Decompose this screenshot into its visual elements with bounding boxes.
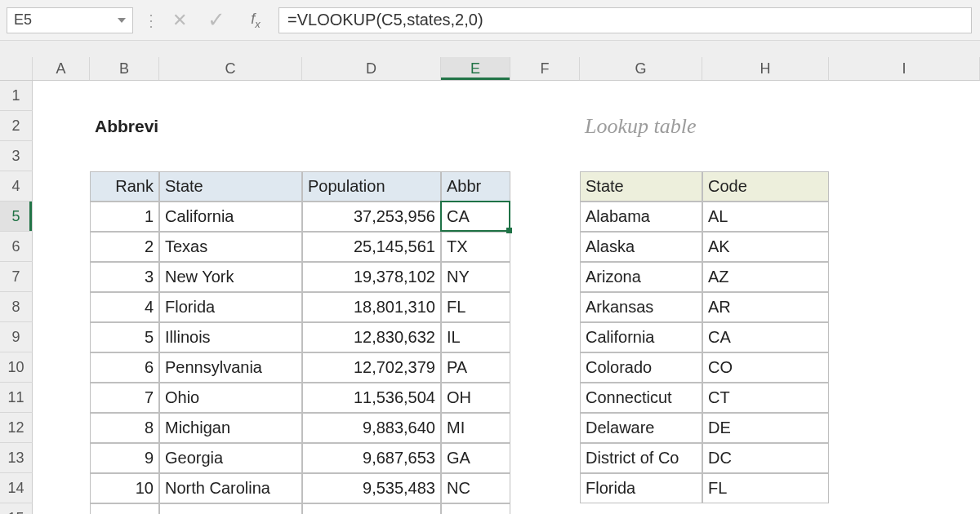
main-cell[interactable]: NC	[441, 473, 510, 503]
cell[interactable]	[510, 503, 580, 514]
cell[interactable]	[829, 171, 980, 202]
col-header-C[interactable]: C	[159, 57, 302, 80]
main-cell[interactable]: 12,830,632	[302, 322, 441, 352]
confirm-check-icon[interactable]: ✓	[200, 7, 233, 33]
cell[interactable]	[510, 322, 580, 352]
cell[interactable]	[33, 262, 90, 292]
cell[interactable]	[829, 292, 980, 322]
cells-area[interactable]: Abbreviate state namesLookup tableRankSt…	[33, 81, 980, 514]
cell[interactable]	[829, 202, 980, 232]
lookup-cell[interactable]: AK	[702, 232, 829, 262]
main-cell[interactable]: OH	[441, 383, 510, 413]
cell[interactable]	[302, 111, 441, 141]
cell[interactable]	[510, 443, 580, 473]
main-cell[interactable]: 10	[90, 473, 159, 503]
row-header-13[interactable]: 13	[0, 443, 33, 473]
main-cell[interactable]: Ohio	[159, 383, 302, 413]
main-header-state[interactable]: State	[159, 171, 302, 202]
cell[interactable]	[580, 81, 702, 111]
lookup-cell[interactable]: CT	[702, 383, 829, 413]
main-cell[interactable]: 6	[90, 352, 159, 383]
cell[interactable]	[510, 413, 580, 443]
cell[interactable]	[702, 81, 829, 111]
main-cell[interactable]: Florida	[159, 292, 302, 322]
cell[interactable]: Lookup table	[580, 111, 702, 141]
cell[interactable]	[33, 322, 90, 352]
cell[interactable]	[829, 322, 980, 352]
cell[interactable]	[510, 81, 580, 111]
row-header-4[interactable]: 4	[0, 171, 33, 202]
main-cell[interactable]: California	[159, 202, 302, 232]
main-cell[interactable]: 18,801,310	[302, 292, 441, 322]
cell[interactable]	[829, 473, 980, 503]
cell[interactable]	[829, 111, 980, 141]
main-cell[interactable]: Illinois	[159, 322, 302, 352]
cell[interactable]	[510, 111, 580, 141]
cell[interactable]	[829, 141, 980, 171]
lookup-cell[interactable]: Delaware	[580, 413, 702, 443]
name-box[interactable]: E5	[7, 7, 133, 33]
cell[interactable]	[510, 292, 580, 322]
row-header-12[interactable]: 12	[0, 413, 33, 443]
lookup-cell[interactable]: California	[580, 322, 702, 352]
cell[interactable]	[33, 352, 90, 383]
main-cell[interactable]: 5	[90, 322, 159, 352]
cell[interactable]	[829, 503, 980, 514]
cell[interactable]	[159, 81, 302, 111]
col-header-H[interactable]: H	[702, 57, 829, 80]
cell[interactable]	[702, 111, 829, 141]
main-cell[interactable]: 11,536,504	[302, 383, 441, 413]
main-cell[interactable]: 37,253,956	[302, 202, 441, 232]
lookup-cell[interactable]: FL	[702, 473, 829, 503]
lookup-cell[interactable]: CA	[702, 322, 829, 352]
cell[interactable]	[510, 202, 580, 232]
lookup-cell[interactable]: CO	[702, 352, 829, 383]
col-header-B[interactable]: B	[90, 57, 159, 80]
cell[interactable]	[33, 111, 90, 141]
main-cell[interactable]: 9,883,640	[302, 413, 441, 443]
main-cell[interactable]: PA	[441, 352, 510, 383]
cell[interactable]	[702, 503, 829, 514]
lookup-cell[interactable]: AL	[702, 202, 829, 232]
main-cell[interactable]: NY	[441, 262, 510, 292]
row-header-8[interactable]: 8	[0, 292, 33, 322]
main-cell[interactable]: 1	[90, 202, 159, 232]
row-header-7[interactable]: 7	[0, 262, 33, 292]
row-header-6[interactable]: 6	[0, 232, 33, 262]
cell[interactable]	[90, 503, 159, 514]
main-cell[interactable]: Michigan	[159, 413, 302, 443]
cell[interactable]	[441, 81, 510, 111]
row-header-10[interactable]: 10	[0, 352, 33, 383]
cell[interactable]	[510, 171, 580, 202]
cell[interactable]	[159, 503, 302, 514]
cell[interactable]	[33, 473, 90, 503]
cell[interactable]	[33, 232, 90, 262]
cell[interactable]	[702, 141, 829, 171]
cell[interactable]	[33, 141, 90, 171]
lookup-cell[interactable]: Colorado	[580, 352, 702, 383]
cell[interactable]	[33, 413, 90, 443]
main-cell[interactable]: 2	[90, 232, 159, 262]
lookup-cell[interactable]: DE	[702, 413, 829, 443]
row-header-9[interactable]: 9	[0, 322, 33, 352]
cell[interactable]	[302, 141, 441, 171]
cell[interactable]	[829, 443, 980, 473]
main-header-abbr[interactable]: Abbr	[441, 171, 510, 202]
main-header-rank[interactable]: Rank	[90, 171, 159, 202]
main-cell[interactable]: 9,535,483	[302, 473, 441, 503]
row-header-3[interactable]: 3	[0, 141, 33, 171]
main-cell[interactable]: 3	[90, 262, 159, 292]
row-header-5[interactable]: 5	[0, 202, 33, 232]
cell[interactable]	[829, 232, 980, 262]
main-cell[interactable]: FL	[441, 292, 510, 322]
cancel-x-icon[interactable]: ✕	[167, 10, 192, 31]
cell[interactable]: Abbreviate state names	[90, 111, 159, 141]
main-cell[interactable]: 19,378,102	[302, 262, 441, 292]
cell[interactable]	[441, 503, 510, 514]
lookup-cell[interactable]: AZ	[702, 262, 829, 292]
cell[interactable]	[829, 383, 980, 413]
lookup-cell[interactable]: Alabama	[580, 202, 702, 232]
lookup-cell[interactable]: AR	[702, 292, 829, 322]
lookup-header-state[interactable]: State	[580, 171, 702, 202]
cell[interactable]	[33, 443, 90, 473]
